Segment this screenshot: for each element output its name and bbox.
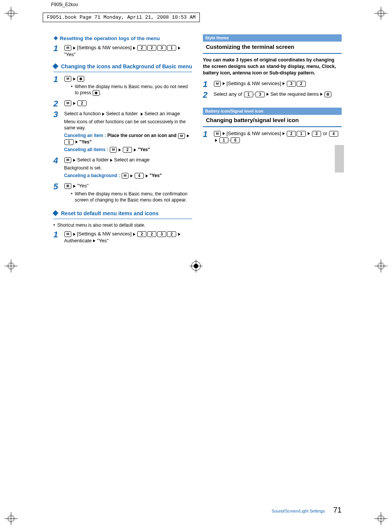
step-note: Menu icons of other functions can be set… [64,119,192,131]
step-body: M[Settings & NW services]2232Authenticat… [64,231,192,244]
page-number: 71 [333,506,342,514]
step: 3 Select a functionSelect a folder Selec… [53,110,192,154]
arrow-icon [93,239,95,242]
imode-key-icon: ⊞ [325,92,331,97]
step: 1 M[Settings & NW services]32 [203,80,342,89]
step-number: 1 [203,80,211,89]
bullet-icon [71,191,72,203]
cancel-all: Canceling all items : M2"Yes" [64,147,192,153]
menu-key-icon: M [214,131,221,137]
doc-id: F905i_E2kou [51,2,78,7]
section-title: ❖ Resetting the operation logs of the me… [53,35,192,42]
menu-key-icon: M [64,76,71,82]
page-footer: Sound/Screen/Light Settings 71 [53,506,342,514]
step-body: ⊞"Yes" When the display menu is Basic me… [64,182,192,205]
cancel-item: Canceling an item : Place the cursor on … [64,132,192,145]
arrow-icon [76,140,78,143]
step-text: Set the required items [270,91,319,97]
registration-mark-icon [5,7,18,20]
registration-mark-icon [5,512,18,525]
cancel-label: Canceling all items : [64,147,108,152]
step-body: ✉Select a folderSelect an image Backgrou… [64,156,192,180]
numkey-icon: 2 [167,231,176,237]
step: 2 M2 [53,100,192,108]
numkey-icon: 3 [157,231,166,237]
step-number: 4 [53,156,62,165]
feature-heading: Changing battery/signal level icon [203,115,342,127]
book-page-line: F905i.book Page 71 Monday, April 21, 200… [43,13,200,22]
footer-section: Sound/Screen/Light Settings [272,509,325,513]
step-bullet: When the display menu is Basic menu, the… [71,191,192,203]
diamond-icon [53,210,59,216]
diamond-icon [53,63,59,69]
arrow-icon [223,132,225,135]
step-bullet: When the display menu is Basic menu, you… [71,84,192,96]
numkey-icon: 1 [167,45,176,51]
arrow-icon [187,134,189,137]
step-text: [Settings & NW services] [227,81,281,86]
step: 2 Select any of 1-3Set the required item… [203,91,342,99]
dash: - [254,91,255,97]
numkey-icon: 2 [137,45,146,51]
numkey-icon: 2 [137,231,146,237]
step-text: Select a function [64,111,101,116]
numkey-icon: 2 [147,45,156,51]
numkey-icon: 3 [157,45,166,51]
bullet-icon [53,222,55,228]
numkey-icon: 4 [329,131,338,137]
step-text: Select any of [214,91,242,97]
step-text: "Yes" [97,238,108,243]
step: 4 ✉Select a folderSelect an image Backgr… [53,156,192,180]
cancel-label: Canceling a background : [64,173,120,178]
step: 1 M◉ When the display menu is Basic menu… [53,75,192,97]
step-number: 2 [203,91,211,99]
step-text: Authenticate [64,238,92,243]
arrow-icon [133,233,135,236]
step-number: 1 [53,231,62,239]
cancel-yes: "Yes" [79,139,92,145]
numkey-icon: 2 [287,131,296,137]
arrow-icon [146,174,148,177]
dash: - [229,137,230,143]
menu-key-icon: M [64,45,71,51]
diamond-bullet-icon: ❖ [53,35,58,41]
arrow-icon [73,77,76,81]
numkey-icon: 1 [64,139,74,145]
bullet-text-end: . [100,90,101,95]
arrow-icon [73,102,76,105]
arrow-icon [73,185,76,188]
subsection-heading: Changing the icons and Background of Bas… [53,62,192,72]
step-body: M[Settings & NW services]2231"Yes" [64,44,192,58]
numkey-icon: 1 [297,131,306,137]
registration-mark-icon [374,260,387,272]
step-text: [Settings & NW services] [77,231,132,237]
bullet-text: When the display menu is Basic menu, the… [75,191,192,203]
step-text: [Settings & NW services] [227,131,281,136]
arrow-icon [283,132,285,135]
arrow-icon [308,132,310,135]
subsection-title: Reset to default menu items and icons [61,210,159,217]
arrow-icon [119,148,121,152]
step-text: Select a folder [106,111,138,116]
arrow-icon [178,233,180,236]
step-number: 3 [53,110,62,119]
numkey-icon: 1 [219,137,228,143]
cancel-bg: Canceling a background : M4"Yes" [64,172,192,179]
step-body: M2 [64,100,192,106]
step-body: M[Settings & NW services]32 [214,80,342,87]
numkey-icon: 2 [297,81,306,87]
step-body: M[Settings & NW services]213 or 41-6 [214,130,342,143]
numkey-icon: 2 [147,231,156,237]
bullet-text: When the display menu is Basic menu, you… [75,84,188,95]
step: 1 M[Settings & NW services]213 or 41-6 [203,130,342,143]
section-bullet: Shortcut menu is also reset to default s… [53,222,192,228]
arrow-icon [223,82,225,85]
arrow-icon [178,47,180,50]
numkey-icon: 1 [244,92,253,97]
numkey-icon: 3 [255,92,265,97]
step-text: "Yes" [64,52,76,57]
camera-key-icon: ◉ [77,76,84,82]
right-column: Style theme Customizing the terminal scr… [203,34,342,495]
step-number: 1 [53,75,62,84]
bullet-text: Shortcut menu is also reset to default s… [57,222,145,228]
